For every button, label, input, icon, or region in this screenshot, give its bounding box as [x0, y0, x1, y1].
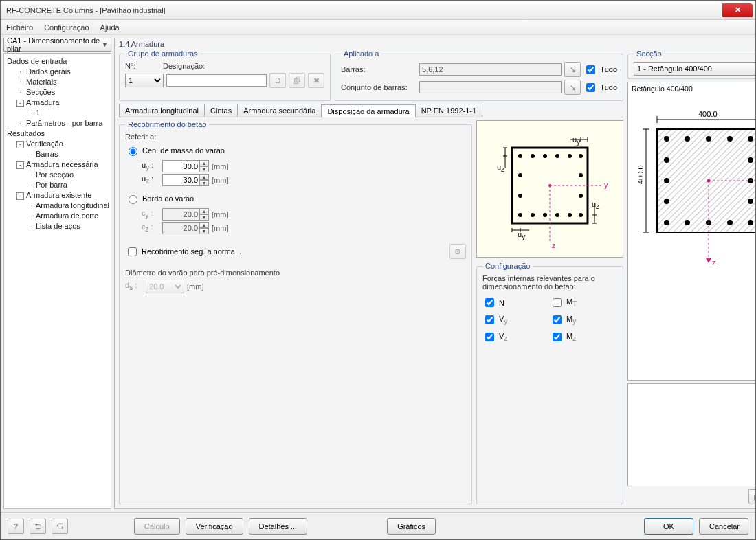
tree-general[interactable]: Dados gerais — [26, 67, 71, 76]
tab-layout[interactable]: Disposição da armadura — [321, 104, 415, 117]
cancel-button[interactable]: Cancelar — [699, 518, 748, 535]
svg-point-47 — [727, 136, 733, 142]
view1-icon[interactable]: ▣ — [748, 489, 755, 504]
tree-sections[interactable]: Secções — [26, 88, 55, 96]
tree-persec[interactable]: Por secção — [36, 170, 74, 179]
settings-icon[interactable]: ⚙ — [449, 244, 466, 259]
pick-bars-icon[interactable]: ↘ — [564, 62, 581, 77]
menu-config[interactable]: Configuração — [44, 23, 89, 32]
svg-point-10 — [555, 213, 559, 217]
page-body: Grupo de armaduras Nº: Designação: 1 🗋 🗐 — [115, 49, 755, 508]
tree-verif[interactable]: Verificação — [26, 139, 63, 148]
tree-params[interactable]: Parâmetros - por barra — [26, 119, 102, 127]
uy-input[interactable]: ▲▼ — [162, 160, 209, 172]
tab-secondary[interactable]: Armadura secundária — [237, 104, 322, 117]
tree-bars[interactable]: Barras — [36, 150, 58, 158]
opt-center[interactable]: Cen. de massa do varão — [125, 145, 466, 156]
no-select[interactable]: 1 — [125, 74, 164, 87]
verify-button[interactable]: Verificação — [186, 518, 243, 535]
svg-point-50 — [685, 220, 690, 225]
copy-icon[interactable]: 🗐 — [289, 73, 305, 88]
svg-rect-43 — [657, 129, 755, 232]
chk-mt[interactable]: MT — [550, 296, 617, 309]
pane-right: y z uz uz uy uy — [476, 120, 623, 504]
ds-select[interactable]: 20.0 — [146, 280, 184, 293]
expand-icon[interactable]: - — [16, 100, 24, 107]
all-sets-check[interactable]: Tudo — [583, 81, 617, 94]
svg-point-54 — [664, 157, 669, 163]
svg-point-45 — [685, 136, 690, 142]
case-combo[interactable]: CA1 - Dimensionamento de pilar ▼ — [3, 38, 111, 52]
cy-input[interactable]: ▲▼ — [162, 208, 209, 221]
sets-field[interactable] — [419, 81, 562, 93]
menu-help[interactable]: Ajuda — [100, 23, 120, 32]
svg-text:z: z — [712, 258, 716, 267]
tree-req[interactable]: Armadura necessária — [26, 160, 98, 168]
bars-field[interactable] — [419, 63, 562, 76]
chk-vz[interactable]: Vz — [482, 330, 550, 344]
chk-mz[interactable]: Mz — [550, 330, 617, 344]
chk-n[interactable]: N — [482, 296, 550, 309]
expand-icon[interactable]: - — [16, 141, 24, 148]
svg-point-6 — [579, 154, 583, 158]
svg-text:z: z — [596, 202, 600, 210]
svg-point-55 — [664, 178, 669, 183]
section-name: Retângulo 400/400 — [628, 82, 755, 95]
desig-input[interactable] — [166, 74, 267, 87]
menu-file[interactable]: Ficheiro — [6, 23, 33, 32]
svg-point-13 — [518, 173, 522, 177]
calc-button[interactable]: Cálculo — [134, 518, 180, 535]
chevron-down-icon: ▼ — [102, 41, 108, 48]
svg-point-9 — [543, 213, 547, 217]
help-icon[interactable]: ? — [8, 519, 24, 534]
expand-icon[interactable]: - — [16, 192, 24, 200]
ok-button[interactable]: OK — [644, 518, 693, 535]
tree-results[interactable]: Resultados — [7, 129, 45, 137]
prev-icon[interactable]: ⮌ — [30, 519, 46, 534]
tab-links[interactable]: Cintas — [204, 104, 238, 117]
tab-norm[interactable]: NP EN 1992-1-1 — [415, 104, 483, 117]
svg-point-14 — [518, 194, 522, 198]
svg-point-11 — [568, 213, 572, 217]
svg-point-56 — [664, 199, 669, 204]
next-icon[interactable]: ⮎ — [52, 519, 68, 534]
details-button[interactable]: Detalhes ... — [249, 518, 308, 535]
titlebar: RF-CONCRETE Columns - [Pavilhão industri… — [1, 1, 755, 20]
delete-icon[interactable]: ✖ — [308, 73, 324, 88]
tree-reinf[interactable]: Armadura — [26, 98, 59, 106]
left-column: CA1 - Dimensionamento de pilar ▼ Dados d… — [3, 38, 111, 509]
all-bars-check[interactable]: Tudo — [583, 63, 617, 76]
sets-label: Conjunto de barras: — [341, 83, 416, 91]
pick-sets-icon[interactable]: ↘ — [564, 80, 581, 95]
uz-input[interactable]: ▲▼ — [162, 174, 209, 186]
svg-point-21 — [548, 184, 551, 187]
tree-materials[interactable]: Materiais — [26, 78, 57, 86]
section-combo[interactable]: 1 - Retângulo 400/400▼ — [634, 62, 755, 76]
graphics-button[interactable]: Gráficos — [387, 518, 436, 535]
nav-tree[interactable]: Dados de entrada ·Dados gerais ·Materiai… — [3, 53, 111, 509]
new-icon[interactable]: 🗋 — [269, 73, 286, 88]
close-button[interactable]: ✕ — [722, 3, 753, 17]
chk-my[interactable]: My — [550, 313, 617, 326]
svg-text:z: z — [552, 241, 556, 249]
applied-legend: Aplicado a — [341, 49, 381, 58]
config-desc: Forças internas relevantes para o dimens… — [482, 274, 617, 291]
no-label: Nº: — [125, 62, 135, 70]
chk-vy[interactable]: Vy — [482, 313, 550, 326]
tree-one[interactable]: 1 — [36, 109, 40, 117]
tree-perbar[interactable]: Por barra — [36, 181, 67, 189]
cover-group: Recobrimento do betão Referir a: Cen. de… — [119, 120, 472, 504]
cz-input[interactable]: ▲▼ — [162, 222, 209, 234]
tab-pane: Recobrimento do betão Referir a: Cen. de… — [119, 120, 623, 504]
tree-exist[interactable]: Armadura existente — [26, 191, 91, 199]
tree-steel[interactable]: Lista de aços — [36, 222, 80, 230]
tree-long[interactable]: Armadura longitudinal — [36, 201, 109, 210]
acc-std-check[interactable]: Recobrimento seg. a norma... — [125, 245, 241, 258]
tab-long[interactable]: Armadura longitudinal — [119, 104, 205, 117]
svg-point-52 — [727, 220, 733, 225]
tree-shear[interactable]: Armadura de corte — [36, 212, 98, 220]
opt-edge[interactable]: Borda do varão — [125, 193, 466, 204]
group-reinforcement: Grupo de armaduras Nº: Designação: 1 🗋 🗐 — [119, 49, 331, 101]
tree-input-data[interactable]: Dados de entrada — [7, 57, 67, 65]
expand-icon[interactable]: - — [16, 161, 24, 169]
